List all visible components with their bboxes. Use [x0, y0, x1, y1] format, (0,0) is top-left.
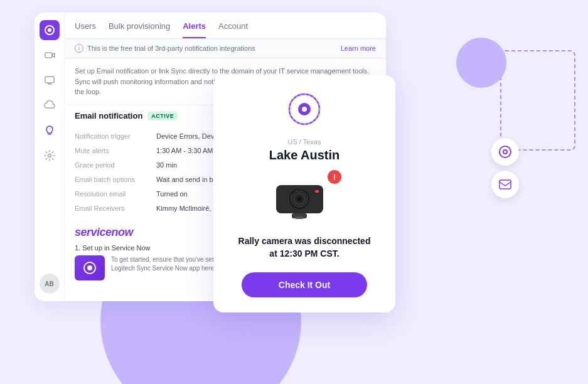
email-side-button[interactable]	[491, 171, 519, 198]
alert-indicator: !	[328, 170, 341, 184]
banner-text: This is the free trial of 3rd-party noti…	[87, 45, 255, 52]
tab-users[interactable]: Users	[75, 21, 96, 38]
sidebar-icon-home[interactable]	[40, 20, 60, 40]
learn-more-link[interactable]: Learn more	[341, 45, 376, 52]
modal-message: Rally camera was disconnected at 12:30 P…	[238, 235, 371, 260]
tab-bulk[interactable]: Bulk provisioning	[109, 21, 170, 38]
svg-rect-25	[500, 180, 511, 189]
active-badge: ACTIVE	[147, 112, 178, 120]
banner-left: i This is the free trial of 3rd-party no…	[75, 44, 255, 53]
sidebar-icon-bulb[interactable]	[40, 120, 60, 141]
tab-alerts[interactable]: Alerts	[183, 21, 206, 38]
row-label: Email Receivers	[75, 205, 156, 212]
svg-point-1	[48, 28, 51, 32]
row-label: Resolution email	[75, 190, 156, 198]
row-label: Mute alerts	[75, 147, 156, 154]
sidebar-icon-camera[interactable]	[40, 45, 60, 65]
svg-point-12	[302, 107, 307, 112]
chat-side-button[interactable]	[491, 138, 519, 166]
sidebar-icon-cloud[interactable]	[40, 95, 60, 115]
info-icon: i	[75, 44, 83, 53]
section-title: Email notification ACTIVE	[75, 111, 178, 120]
svg-rect-21	[315, 190, 319, 193]
svg-point-7	[87, 265, 92, 270]
user-avatar[interactable]: AB	[40, 274, 60, 294]
tabs-bar: Users Bulk provisioning Alerts Account	[65, 13, 386, 39]
side-icons	[491, 138, 519, 198]
setup-logo-box	[75, 255, 105, 280]
svg-rect-3	[45, 53, 52, 58]
notification-modal: US / Texas Lake Austin ! Rally camera wa…	[213, 75, 395, 312]
modal-location: US / Texas	[288, 138, 321, 146]
svg-point-24	[504, 151, 506, 153]
camera-container: !	[270, 173, 339, 225]
avatar-initials: AB	[45, 280, 53, 287]
svg-point-17	[297, 197, 301, 201]
trial-banner: i This is the free trial of 3rd-party no…	[65, 39, 386, 58]
row-label: Notification trigger	[75, 132, 156, 140]
row-label: Email batch options	[75, 176, 156, 183]
svg-point-5	[48, 154, 51, 157]
email-notification-label: Email notification	[75, 111, 142, 120]
sync-logo	[288, 93, 321, 125]
row-label: Grace period	[75, 161, 156, 169]
sidebar: AB	[35, 13, 65, 301]
bg-circle-small	[456, 38, 506, 88]
check-it-out-button[interactable]: Check It Out	[242, 272, 367, 297]
svg-rect-4	[45, 77, 54, 83]
bg-dashed-rect	[500, 50, 575, 151]
tab-account[interactable]: Account	[218, 21, 248, 38]
sidebar-icon-gear[interactable]	[40, 146, 60, 166]
modal-room-name: Lake Austin	[269, 148, 340, 163]
svg-rect-20	[295, 216, 304, 219]
sidebar-icon-monitor[interactable]	[40, 70, 60, 90]
